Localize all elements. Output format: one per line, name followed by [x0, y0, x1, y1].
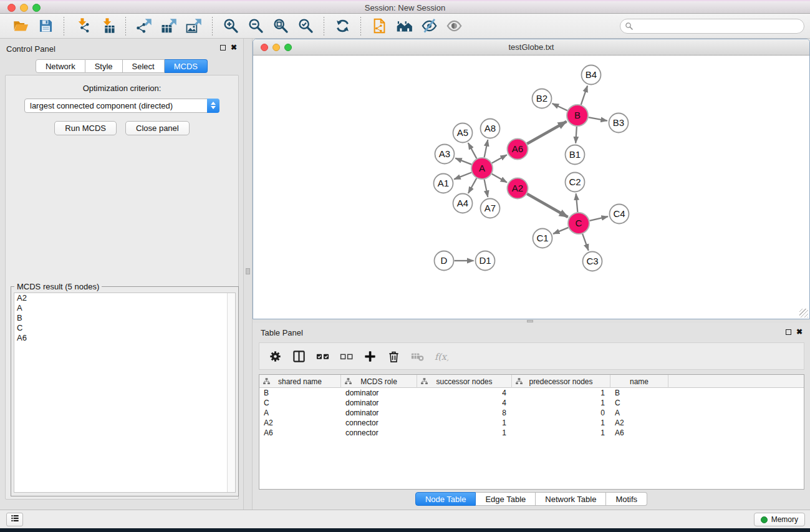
table-cell[interactable]: B	[259, 388, 341, 398]
tab-select[interactable]: Select	[123, 59, 165, 73]
network-window-titlebar[interactable]: testGlobe.txt	[253, 39, 809, 56]
graph-node-B4[interactable]: B4	[582, 65, 601, 85]
table-cell[interactable]: dominator	[341, 388, 417, 398]
graph-node-C2[interactable]: C2	[566, 173, 585, 192]
graph-edge-A-A8[interactable]	[485, 140, 488, 157]
table-row[interactable]: A2connector11A2	[259, 418, 804, 428]
show-graphics-button[interactable]	[444, 16, 464, 36]
open-folder-button[interactable]	[11, 16, 31, 36]
vertical-splitter[interactable]	[243, 39, 253, 510]
graph-node-A6[interactable]: A6	[508, 139, 528, 160]
column-header-MCDS-role[interactable]: MCDS role	[341, 375, 417, 388]
gear-button[interactable]	[267, 348, 283, 364]
graph-edge-A2-C[interactable]	[527, 194, 567, 217]
graph-node-A7[interactable]: A7	[481, 199, 500, 218]
table-cell[interactable]: 1	[417, 428, 512, 438]
table-cell[interactable]: 1	[512, 418, 610, 428]
criterion-dropdown[interactable]: largest connected component (directed)	[24, 99, 219, 113]
columns-button[interactable]	[291, 348, 307, 364]
graph-edge-C-C2[interactable]	[576, 193, 578, 212]
graph-node-C3[interactable]: C3	[583, 252, 602, 271]
graph-node-A[interactable]: A	[471, 158, 493, 179]
graph-edge-A-A7[interactable]	[485, 180, 488, 197]
mcds-result-item[interactable]: A2	[14, 293, 235, 303]
close-table-panel-icon[interactable]: ✖	[796, 329, 803, 335]
graph-node-B3[interactable]: B3	[609, 114, 629, 133]
mcds-result-item[interactable]: A	[14, 303, 235, 313]
graph-node-B1[interactable]: B1	[566, 145, 585, 165]
graph-edge-A-A1[interactable]	[454, 172, 471, 179]
graph-node-C1[interactable]: C1	[533, 229, 552, 248]
graph-node-C[interactable]: C	[568, 213, 589, 234]
graph-edge-B-B1[interactable]	[576, 127, 577, 143]
share-document-button[interactable]	[369, 16, 389, 36]
export-image-button[interactable]	[184, 16, 204, 36]
table-cell[interactable]: dominator	[341, 398, 417, 408]
graph-edge-A-A5[interactable]	[468, 143, 477, 158]
network-graph[interactable]: B4B2BB3A8A5A6A3B1AA1C2A2A4A7C4CC1C3DD1	[253, 56, 809, 319]
export-network-button[interactable]	[134, 16, 154, 36]
search-input[interactable]	[634, 21, 804, 32]
list-scrollbar[interactable]	[227, 293, 235, 492]
table-cell[interactable]: A2	[259, 418, 341, 428]
table-cell[interactable]: C	[259, 398, 341, 408]
table-row[interactable]: Bdominator41B	[259, 388, 804, 398]
resize-grip-icon[interactable]	[799, 309, 808, 317]
graph-node-A2[interactable]: A2	[508, 178, 528, 199]
graph-edge-A6-B[interactable]	[527, 122, 566, 144]
select-all-button[interactable]	[314, 348, 330, 364]
table-cell[interactable]: 1	[512, 398, 610, 408]
graph-node-D[interactable]: D	[435, 251, 454, 271]
network-canvas[interactable]: B4B2BB3A8A5A6A3B1AA1C2A2A4A7C4CC1C3DD1	[253, 56, 809, 319]
table-row[interactable]: Cdominator41C	[259, 398, 804, 408]
table-cell[interactable]: 1	[417, 418, 512, 428]
table-tab-node-table[interactable]: Node Table	[415, 492, 476, 506]
column-header-name[interactable]: name	[610, 375, 668, 388]
mcds-result-list[interactable]: A2ABCA6	[14, 293, 236, 493]
hide-graphics-button[interactable]	[419, 16, 439, 36]
graph-edge-C-C1[interactable]	[553, 228, 568, 234]
search-field[interactable]	[620, 19, 804, 34]
graph-node-B2[interactable]: B2	[533, 89, 552, 109]
graph-node-A8[interactable]: A8	[481, 119, 500, 138]
graph-node-A5[interactable]: A5	[453, 123, 473, 143]
table-cell[interactable]: 1	[512, 428, 610, 438]
close-panel-icon[interactable]: ✖	[231, 44, 237, 51]
table-cell[interactable]: 8	[417, 408, 512, 418]
graph-node-A4[interactable]: A4	[453, 194, 473, 213]
home-button[interactable]	[394, 16, 414, 36]
zoom-selected-button[interactable]	[296, 16, 316, 36]
zoom-in-button[interactable]	[221, 16, 241, 36]
run-mcds-button[interactable]: Run MCDS	[54, 121, 117, 135]
unselect-all-button[interactable]	[338, 348, 354, 364]
table-row[interactable]: Adominator80A	[259, 408, 804, 418]
mcds-result-item[interactable]: B	[14, 313, 235, 323]
mcds-result-item[interactable]: C	[14, 323, 235, 333]
graph-node-A1[interactable]: A1	[434, 174, 453, 193]
column-header-shared-name[interactable]: shared name	[259, 375, 341, 388]
table-cell[interactable]: A6	[259, 428, 341, 438]
save-button[interactable]	[36, 16, 55, 36]
close-panel-button[interactable]: Close panel	[125, 121, 190, 135]
float-table-panel-icon[interactable]	[786, 329, 791, 335]
table-row[interactable]: A6connector11A6	[259, 428, 804, 438]
column-header-predecessor-nodes[interactable]: predecessor nodes	[512, 375, 610, 388]
table-cell[interactable]: A	[610, 408, 668, 418]
table-cell[interactable]: C	[610, 398, 668, 408]
table-cell[interactable]: 4	[417, 398, 512, 408]
table-cell[interactable]: dominator	[341, 408, 417, 418]
table-cell[interactable]: B	[610, 388, 668, 398]
add-button[interactable]	[362, 348, 378, 364]
graph-edge-C-C4[interactable]	[590, 216, 608, 221]
zoom-fit-button[interactable]	[271, 16, 291, 36]
graph-node-C4[interactable]: C4	[610, 205, 629, 224]
table-cell[interactable]: A2	[610, 418, 668, 428]
table-cell[interactable]: 1	[512, 388, 610, 398]
column-header-successor-nodes[interactable]: successor nodes	[417, 375, 512, 388]
graph-node-B[interactable]: B	[567, 105, 588, 126]
table-cell[interactable]: 4	[417, 388, 512, 398]
table-cell[interactable]: A6	[610, 428, 668, 438]
graph-node-A3[interactable]: A3	[435, 145, 455, 164]
table-tab-edge-table[interactable]: Edge Table	[476, 492, 536, 506]
graph-edge-B-B4[interactable]	[581, 86, 587, 105]
